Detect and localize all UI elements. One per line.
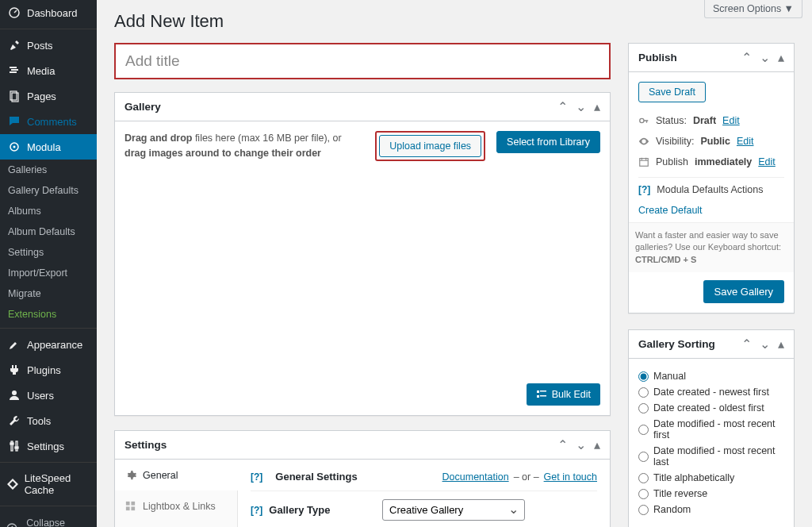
submenu-gallery-defaults[interactable]: Gallery Defaults <box>0 180 97 201</box>
publish-heading: Publish <box>638 52 677 63</box>
gallery-heading: Gallery <box>124 101 161 113</box>
sidebar-label: Dashboard <box>27 7 78 19</box>
documentation-link[interactable]: Documentation <box>442 471 509 483</box>
sidebar-item-plugins[interactable]: Plugins <box>0 357 97 383</box>
title-input[interactable] <box>114 43 611 79</box>
svg-rect-20 <box>640 159 649 167</box>
toggle-panel-icon[interactable]: ▴ <box>778 50 784 65</box>
submenu-galleries[interactable]: Galleries <box>0 160 97 180</box>
sort-option-modified-recent-last[interactable]: Date modified - most recent last <box>638 443 784 470</box>
user-icon <box>6 389 22 402</box>
svg-rect-12 <box>540 390 546 392</box>
bulk-edit-button[interactable]: Bulk Edit <box>527 383 600 406</box>
drag-drop-message: Drag and drop files here (max 16 MB per … <box>124 131 364 161</box>
sidebar-item-litespeed[interactable]: LiteSpeed Cache <box>0 466 97 502</box>
upload-image-files-button[interactable]: Upload image files <box>379 135 481 157</box>
gallery-type-select[interactable]: Creative Gallery <box>382 499 525 521</box>
svg-rect-9 <box>15 447 18 448</box>
select-from-library-button[interactable]: Select from Library <box>496 131 600 153</box>
sort-option-date-oldest[interactable]: Date created - oldest first <box>638 400 784 416</box>
move-up-icon[interactable]: ⌃ <box>557 99 568 114</box>
tab-lightbox[interactable]: Lightbox & Links <box>115 490 237 521</box>
submenu-album-defaults[interactable]: Album Defaults <box>0 221 97 242</box>
gallery-postbox: Gallery ⌃ ⌄ ▴ Drag and drop files here (… <box>114 92 611 416</box>
tool-icon <box>6 414 22 427</box>
help-icon[interactable]: [?] <box>638 184 650 195</box>
sidebar-label: LiteSpeed Cache <box>25 472 90 496</box>
modula-icon <box>6 140 22 153</box>
help-icon[interactable]: [?] <box>251 471 262 483</box>
submenu-albums[interactable]: Albums <box>0 201 97 221</box>
screen-options-button[interactable]: Screen Options ▼ <box>704 0 802 18</box>
general-settings-heading: General Settings <box>275 471 357 483</box>
gallery-type-label: Gallery Type <box>269 504 330 516</box>
collapse-icon <box>6 523 21 527</box>
help-icon[interactable]: [?] <box>251 505 262 516</box>
bulk-edit-icon <box>536 389 547 400</box>
settings-heading: Settings <box>124 439 167 451</box>
edit-status-link[interactable]: Edit <box>722 115 740 126</box>
media-icon <box>6 64 22 77</box>
page-icon <box>6 90 22 102</box>
sort-option-title-reverse[interactable]: Title reverse <box>638 486 784 502</box>
toggle-panel-icon[interactable]: ▴ <box>594 437 600 452</box>
toggle-panel-icon[interactable]: ▴ <box>778 337 784 352</box>
collapse-menu-button[interactable]: Collapse menu <box>0 510 97 527</box>
sort-option-manual[interactable]: Manual <box>638 368 784 384</box>
sort-option-date-newest[interactable]: Date created - newest first <box>638 384 784 400</box>
submenu-migrate[interactable]: Migrate <box>0 283 97 304</box>
sidebar-label: Tools <box>27 415 51 427</box>
svg-point-4 <box>13 146 16 148</box>
submenu-extensions[interactable]: Extensions <box>0 304 97 325</box>
lightbox-icon <box>124 500 136 512</box>
brush-icon <box>6 338 22 351</box>
keyboard-tip: Want a faster and easier way to save gal… <box>629 222 794 272</box>
sidebar-item-modula[interactable]: Modula <box>0 134 97 160</box>
submenu-settings[interactable]: Settings <box>0 242 97 263</box>
submenu-import-export[interactable]: Import/Export <box>0 263 97 283</box>
sidebar-item-posts[interactable]: Posts <box>0 33 97 58</box>
move-down-icon[interactable]: ⌄ <box>576 99 586 114</box>
sort-option-modified-recent-first[interactable]: Date modified - most recent first <box>638 416 784 443</box>
sidebar-item-comments[interactable]: Comments <box>0 109 97 134</box>
svg-rect-17 <box>126 506 130 510</box>
save-draft-button[interactable]: Save Draft <box>638 82 706 102</box>
sidebar-label: Media <box>27 65 55 77</box>
move-up-icon[interactable]: ⌃ <box>557 437 568 452</box>
status-value: Draft <box>693 115 716 126</box>
sort-option-random[interactable]: Random <box>638 502 784 517</box>
collapse-label: Collapse menu <box>26 517 90 527</box>
create-default-link[interactable]: Create Default <box>638 202 784 222</box>
tab-general[interactable]: General <box>115 460 238 490</box>
sorting-heading: Gallery Sorting <box>638 338 715 350</box>
sidebar-item-media[interactable]: Media <box>0 58 97 83</box>
edit-schedule-link[interactable]: Edit <box>758 156 776 167</box>
sidebar-item-pages[interactable]: Pages <box>0 83 97 109</box>
svg-point-19 <box>640 118 644 122</box>
move-down-icon[interactable]: ⌄ <box>760 50 770 65</box>
sidebar-item-dashboard[interactable]: Dashboard <box>0 0 97 25</box>
get-in-touch-link[interactable]: Get in touch <box>544 471 597 483</box>
svg-rect-18 <box>131 506 135 510</box>
sidebar-item-tools[interactable]: Tools <box>0 408 97 433</box>
move-up-icon[interactable]: ⌃ <box>741 337 752 352</box>
settings-postbox: Settings ⌃ ⌄ ▴ General <box>114 430 611 527</box>
edit-visibility-link[interactable]: Edit <box>737 136 754 147</box>
gear-icon <box>6 440 22 452</box>
toggle-panel-icon[interactable]: ▴ <box>594 99 600 114</box>
move-down-icon[interactable]: ⌄ <box>760 337 770 352</box>
svg-point-5 <box>12 390 17 395</box>
schedule-value: immediately <box>695 156 752 167</box>
svg-rect-11 <box>537 390 539 393</box>
sidebar-item-settings[interactable]: Settings <box>0 433 97 459</box>
move-up-icon[interactable]: ⌃ <box>741 50 752 65</box>
move-down-icon[interactable]: ⌄ <box>576 437 586 452</box>
tab-filters[interactable]: Filters <box>115 521 237 527</box>
sort-option-title-alpha[interactable]: Title alphabetically <box>638 470 784 486</box>
sidebar-item-users[interactable]: Users <box>0 383 97 408</box>
gallery-drop-zone[interactable] <box>124 161 600 367</box>
svg-rect-16 <box>131 502 135 506</box>
sorting-postbox: Gallery Sorting ⌃ ⌄ ▴ Manual Date create… <box>628 329 795 527</box>
sidebar-item-appearance[interactable]: Appearance <box>0 332 97 357</box>
save-gallery-button[interactable]: Save Gallery <box>703 280 784 303</box>
